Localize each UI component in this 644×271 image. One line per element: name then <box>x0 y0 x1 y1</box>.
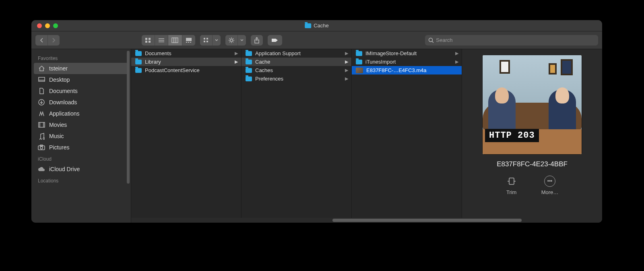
search-input[interactable] <box>436 37 595 43</box>
pictures-icon <box>38 144 45 151</box>
cloud-icon <box>38 165 45 173</box>
list-item[interactable]: PodcastContentService <box>131 66 241 74</box>
sidebar-heading-locations: Locations <box>31 175 131 185</box>
nav-buttons <box>35 35 60 46</box>
list-item[interactable]: iTunesImport ▶ <box>352 58 462 66</box>
svg-rect-10 <box>186 38 192 41</box>
column-3[interactable]: IMImageStore-Default ▶ iTunesImport ▶ E8… <box>352 49 462 223</box>
movies-icon <box>38 121 45 128</box>
svg-line-29 <box>432 41 434 43</box>
svg-line-26 <box>233 38 233 39</box>
svg-rect-16 <box>204 41 205 42</box>
column-2[interactable]: Application Support ▶ Cache ▶ Caches ▶ P… <box>242 49 352 223</box>
window-title-text: Cache <box>314 23 329 29</box>
desktop-icon <box>38 76 45 83</box>
chevron-right-icon: ▶ <box>235 51 238 56</box>
folder-icon <box>356 51 362 56</box>
column-1[interactable]: Documents ▶ Library ▶ PodcastContentServ… <box>131 49 242 223</box>
search-field[interactable] <box>425 35 598 46</box>
close-window-button[interactable] <box>37 23 42 28</box>
list-item[interactable]: Cache ▶ <box>242 58 351 66</box>
list-item-selected[interactable]: E837F8FC-…E4FC3.m4a <box>352 66 462 74</box>
sidebar-item-label: iCloud Drive <box>49 166 80 172</box>
svg-rect-13 <box>190 42 191 43</box>
svg-line-23 <box>229 38 230 39</box>
sidebar-item-label: Movies <box>49 122 67 128</box>
chevron-right-icon: ▶ <box>235 59 238 64</box>
documents-icon <box>38 87 45 95</box>
folder-icon <box>246 60 252 64</box>
list-item-label: IMImageStore-Default <box>365 50 452 56</box>
list-item[interactable]: Documents ▶ <box>131 49 241 58</box>
svg-rect-9 <box>176 38 178 43</box>
view-buttons <box>142 35 195 46</box>
folder-icon <box>246 51 252 56</box>
share-button[interactable] <box>251 35 263 46</box>
svg-rect-17 <box>206 41 208 42</box>
minimize-window-button[interactable] <box>45 23 50 28</box>
view-list-button[interactable] <box>155 35 168 46</box>
list-item[interactable]: Preferences ▶ <box>242 74 351 83</box>
back-button[interactable] <box>35 35 47 46</box>
forward-button[interactable] <box>47 35 60 46</box>
list-item[interactable]: Application Support ▶ <box>242 49 351 58</box>
finder-window: Cache <box>31 20 602 223</box>
chevron-down-icon <box>215 39 218 41</box>
sidebar-item-label: Downloads <box>49 99 77 106</box>
more-icon: ••• <box>544 176 555 187</box>
folder-icon <box>135 60 142 64</box>
list-item-label: Caches <box>255 67 342 73</box>
trim-button[interactable]: Trim <box>506 176 517 195</box>
sidebar-item-home[interactable]: tsteiner <box>34 63 128 74</box>
columns-icon <box>171 37 179 43</box>
sidebar: Favorites tsteiner Desktop Documents Dow… <box>31 49 131 223</box>
view-icons-button[interactable] <box>142 35 155 46</box>
svg-rect-39 <box>509 178 514 184</box>
list-item[interactable]: Caches ▶ <box>242 66 351 74</box>
scrollbar-thumb[interactable] <box>332 219 522 222</box>
sidebar-item-downloads[interactable]: Downloads <box>31 97 131 108</box>
group-by-button[interactable] <box>200 35 221 46</box>
sidebar-heading-icloud: iCloud <box>31 153 131 163</box>
window-title: Cache <box>305 23 329 29</box>
sidebar-item-music[interactable]: Music <box>31 130 131 142</box>
action-button[interactable] <box>225 35 246 46</box>
chevron-right-icon <box>52 37 56 43</box>
share-icon <box>254 37 260 43</box>
svg-line-24 <box>233 41 233 42</box>
sidebar-scrollbar[interactable] <box>127 51 130 184</box>
view-columns-button[interactable] <box>168 35 182 46</box>
chevron-right-icon: ▶ <box>455 51 458 56</box>
chevron-right-icon: ▶ <box>345 51 348 56</box>
sidebar-item-icloud-drive[interactable]: iCloud Drive <box>31 163 131 175</box>
list-item-label: E837F8FC-…E4FC3.m4a <box>366 67 458 73</box>
sidebar-item-label: Music <box>49 133 64 139</box>
sidebar-item-documents[interactable]: Documents <box>31 85 131 97</box>
chevron-right-icon: ▶ <box>345 76 348 81</box>
zoom-window-button[interactable] <box>53 23 58 28</box>
window-body: Favorites tsteiner Desktop Documents Dow… <box>31 49 602 223</box>
sidebar-item-desktop[interactable]: Desktop <box>31 74 131 85</box>
svg-line-25 <box>229 41 230 42</box>
list-icon <box>158 37 165 43</box>
list-item-label: Documents <box>145 50 231 56</box>
chevron-down-icon <box>240 39 244 41</box>
svg-rect-2 <box>145 41 147 43</box>
sidebar-item-movies[interactable]: Movies <box>31 119 131 130</box>
list-item[interactable]: IMImageStore-Default ▶ <box>352 49 462 58</box>
list-item[interactable]: Library ▶ <box>131 58 241 66</box>
horizontal-scrollbar[interactable] <box>131 218 602 223</box>
sidebar-item-label: Documents <box>49 88 78 94</box>
list-item-label: Cache <box>255 59 342 65</box>
downloads-icon <box>38 99 45 106</box>
svg-rect-0 <box>145 38 147 40</box>
sidebar-item-pictures[interactable]: Pictures <box>31 142 131 153</box>
sidebar-item-label: tsteiner <box>49 65 68 72</box>
sidebar-item-label: Applications <box>49 110 80 117</box>
sidebar-item-applications[interactable]: Applications <box>31 108 131 119</box>
sidebar-item-label: Desktop <box>49 77 70 83</box>
more-button[interactable]: ••• More… <box>541 176 559 195</box>
svg-rect-11 <box>186 42 187 43</box>
view-gallery-button[interactable] <box>182 35 195 46</box>
tags-button[interactable] <box>268 35 282 46</box>
